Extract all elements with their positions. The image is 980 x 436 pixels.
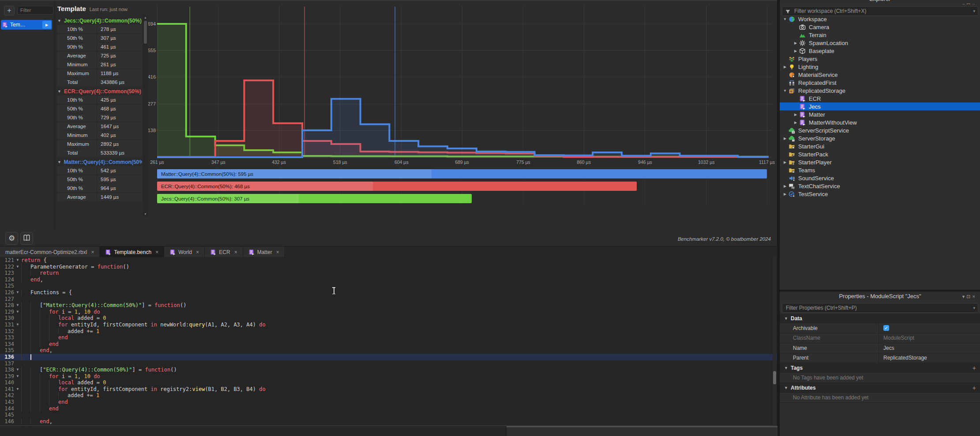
code-line[interactable]: 122▼ParameterGenerator = function() [0, 264, 777, 270]
code-text[interactable]: added += 1 [21, 328, 777, 335]
add-icon[interactable]: + [972, 364, 976, 372]
add-benchmark-button[interactable]: + [4, 6, 15, 15]
code-line[interactable]: 129▼for i = 1, 10 do [0, 309, 777, 315]
settings-button[interactable]: ⚙ [5, 232, 18, 245]
chevron-down-icon[interactable]: ▾ [973, 306, 975, 310]
fold-arrow-icon[interactable]: ▼ [14, 322, 21, 328]
properties-filter[interactable]: ▾ [782, 303, 978, 313]
code-line[interactable]: 133end [0, 334, 777, 341]
code-line[interactable]: 127 [0, 296, 777, 303]
tree-item-ecr[interactable]: ECR [780, 95, 980, 102]
tree-item-soundservice[interactable]: SoundService [780, 174, 980, 182]
tree-item-serverscriptservice[interactable]: ServerScriptService [780, 126, 980, 134]
tree-item-lighting[interactable]: ▶Lighting [780, 63, 980, 71]
property-section-data[interactable]: ▼Data [780, 314, 980, 323]
doc-tab-template-bench[interactable]: Template.bench× [100, 246, 164, 258]
stat-section-header[interactable]: ▼Jecs::Query(4)::Common(50%) [57, 16, 142, 25]
tree-item-startergui[interactable]: StarterGui [780, 142, 980, 150]
tree-item-baseplate[interactable]: ▶Baseplate [780, 47, 980, 55]
code-text[interactable]: for i = 1, 10 do [21, 373, 777, 380]
code-line[interactable]: 123return [0, 270, 777, 277]
tree-item-spawnlocation[interactable]: ▶SpawnLocation [780, 39, 980, 47]
close-icon[interactable]: × [234, 249, 237, 255]
code-text[interactable] [21, 412, 777, 418]
code-text[interactable]: ["ECR::Query(4)::Common(50%)"] = functio… [21, 367, 777, 373]
expander-icon[interactable]: ▶ [782, 160, 788, 164]
code-line[interactable]: 124end, [0, 277, 777, 283]
code-text[interactable]: end, [21, 347, 777, 354]
close-icon[interactable]: × [972, 294, 977, 299]
code-text[interactable]: for entityId, firstComponent in newWorld… [21, 322, 777, 328]
expander-icon[interactable]: ▶ [793, 113, 798, 117]
collapse-icon[interactable]: ▾ [962, 294, 967, 299]
explorer-filter-input[interactable] [793, 8, 970, 15]
fold-arrow-icon[interactable]: ▼ [14, 309, 21, 315]
script-editor[interactable]: 121▼return {122▼ParameterGenerator = fun… [0, 257, 777, 425]
explorer-filter[interactable]: ▾ [782, 6, 978, 16]
fold-arrow-icon[interactable]: ▼ [14, 367, 21, 373]
expander-icon[interactable]: ▶ [793, 49, 798, 53]
fold-arrow-icon[interactable]: ▼ [14, 257, 21, 264]
close-icon[interactable]: × [972, 2, 977, 4]
code-text[interactable]: end [21, 341, 777, 348]
code-area[interactable]: 121▼return {122▼ParameterGenerator = fun… [0, 257, 777, 425]
tree-item-replicatedfirst[interactable]: ReplicatedFirst [780, 79, 980, 87]
expander-icon[interactable]: ▶ [782, 65, 788, 69]
code-line[interactable]: 139▼for i = 1, 10 do [0, 373, 777, 380]
tree-item-terrain[interactable]: Terrain [780, 31, 980, 39]
code-line[interactable]: 138▼["ECR::Query(4)::Common(50%)"] = fun… [0, 367, 777, 373]
scroll-up-icon[interactable]: ▲ [143, 15, 148, 20]
checkbox[interactable]: ✓ [883, 325, 889, 331]
code-line[interactable]: 140local added = 0 [0, 379, 777, 386]
chevron-down-icon[interactable]: ▾ [973, 9, 975, 13]
code-text[interactable]: for i = 1, 10 do [21, 309, 777, 315]
add-icon[interactable]: + [972, 384, 976, 391]
doc-tab-matterecr-common-optimize2-rbxl[interactable]: matterEcr-Common-Optimize2.rbxl× [0, 246, 100, 258]
properties-filter-input[interactable] [785, 304, 970, 311]
code-line[interactable]: 125 [0, 283, 777, 289]
property-section-attributes[interactable]: ▼Attributes+ [780, 383, 980, 393]
benchmark-filter-input[interactable] [17, 6, 53, 15]
code-line[interactable]: 131▼for entityId, firstComponent in newW… [0, 322, 777, 328]
code-line[interactable]: 142added += 1 [0, 392, 777, 399]
tree-item-textchatservice[interactable]: ▶TextChatService [780, 182, 980, 190]
code-text[interactable] [21, 354, 777, 360]
tree-item-matterwithoutview[interactable]: ▶MatterWithoutView [780, 118, 980, 126]
editor-scrollbar[interactable] [773, 257, 777, 425]
code-text[interactable]: ["Matter::Query(4)::Common(50%)"] = func… [21, 302, 777, 309]
code-text[interactable]: added += 1 [21, 392, 777, 399]
float-icon[interactable]: ⊡ [966, 294, 972, 299]
docs-button[interactable] [20, 232, 33, 245]
code-line[interactable]: 126▼Functions = { [0, 289, 777, 296]
float-icon[interactable]: ⊡ [966, 2, 972, 4]
tree-item-starterplayer[interactable]: ▶StarterPlayer [780, 158, 980, 166]
fold-arrow-icon[interactable]: ▼ [14, 264, 21, 270]
code-text[interactable]: end [21, 406, 777, 412]
property-value[interactable]: ReplicatedStorage [879, 353, 980, 363]
property-value[interactable]: ✓ [879, 323, 980, 333]
code-text[interactable]: end [21, 399, 777, 406]
code-line[interactable]: 141▼for entityId, firstComponent in regi… [0, 386, 777, 393]
code-line[interactable]: 135end, [0, 347, 777, 354]
scroll-down-icon[interactable]: ▼ [143, 212, 148, 216]
tree-item-serverstorage[interactable]: ▶ServerStorage [780, 134, 980, 142]
tree-item-jecs[interactable]: Jecs [780, 102, 980, 110]
code-text[interactable]: ParameterGenerator = function() [21, 264, 777, 270]
scrollbar-handle[interactable] [773, 371, 776, 384]
code-line[interactable]: 128▼["Matter::Query(4)::Common(50%)"] = … [0, 302, 777, 309]
tree-item-teams[interactable]: Teams [780, 166, 980, 174]
code-text[interactable]: return [21, 270, 777, 277]
expander-icon[interactable]: ▶ [782, 192, 788, 196]
code-text[interactable]: end, [21, 418, 777, 425]
code-line[interactable]: 145 [0, 412, 777, 418]
close-icon[interactable]: × [276, 249, 279, 255]
property-value[interactable]: Jecs [879, 343, 980, 353]
code-line[interactable]: 121▼return { [0, 257, 777, 264]
fold-arrow-icon[interactable]: ▼ [14, 289, 21, 296]
close-icon[interactable]: × [91, 249, 94, 255]
code-line[interactable]: 132added += 1 [0, 328, 777, 335]
benchmark-list-item[interactable]: Tem… ▶ [1, 20, 52, 30]
code-text[interactable]: Functions = { [21, 289, 777, 296]
code-text[interactable]: for entityId, firstComponent in registry… [21, 386, 777, 393]
code-line[interactable]: 130local added = 0 [0, 315, 777, 322]
